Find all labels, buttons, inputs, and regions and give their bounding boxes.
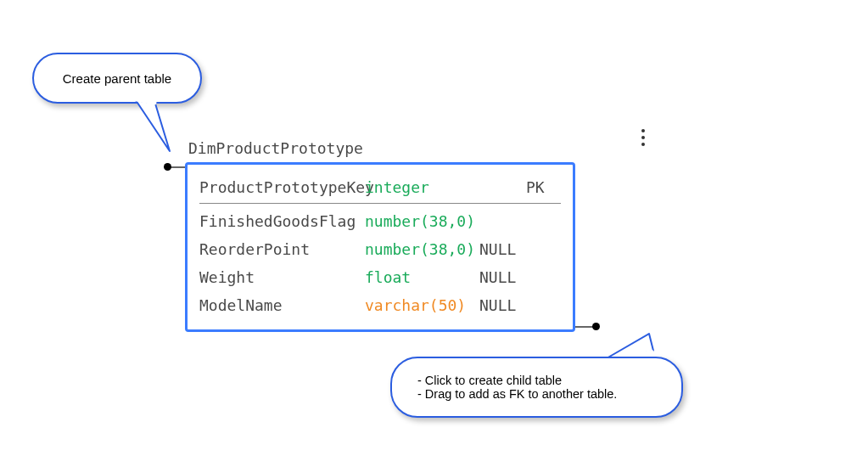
db-table-name: DimProductPrototype	[185, 139, 575, 157]
column-type: number(38,0)	[365, 212, 479, 230]
callout-create-parent: Create parent table	[32, 53, 202, 104]
column-pk-badge: PK	[526, 178, 545, 196]
column-type: varchar(50)	[365, 296, 479, 314]
db-table[interactable]: DimProductPrototype ProductPrototypeKey …	[185, 139, 575, 332]
table-row: Weight float NULL	[199, 263, 561, 291]
table-divider	[199, 203, 561, 204]
table-row: ProductPrototypeKey integer PK	[199, 173, 561, 201]
column-name: FinishedGoodsFlag	[199, 212, 365, 230]
table-row: ReorderPoint number(38,0) NULL	[199, 235, 561, 263]
column-name: ReorderPoint	[199, 240, 365, 258]
column-type: integer	[365, 178, 479, 196]
callout-create-child-line1: - Click to create child table	[417, 374, 681, 387]
callout-create-child-line2: - Drag to add as FK to another table.	[417, 387, 681, 401]
create-child-handle[interactable]	[592, 323, 600, 330]
column-nullable: NULL	[479, 268, 526, 286]
column-nullable: NULL	[479, 296, 526, 314]
table-row: FinishedGoodsFlag number(38,0)	[199, 207, 561, 235]
column-name: Weight	[199, 268, 365, 286]
db-table-box: ProductPrototypeKey integer PK FinishedG…	[185, 162, 575, 332]
callout-create-parent-text: Create parent table	[63, 71, 171, 86]
column-name: ModelName	[199, 296, 365, 314]
table-row: ModelName varchar(50) NULL	[199, 291, 561, 319]
callout-create-parent-tail	[132, 98, 182, 157]
more-options-icon[interactable]	[636, 126, 650, 149]
column-name: ProductPrototypeKey	[199, 178, 365, 196]
create-parent-handle[interactable]	[164, 163, 171, 171]
callout-create-child: - Click to create child table - Drag to …	[390, 357, 683, 418]
column-nullable: NULL	[479, 240, 526, 258]
column-type: float	[365, 268, 479, 286]
column-type: number(38,0)	[365, 240, 479, 258]
